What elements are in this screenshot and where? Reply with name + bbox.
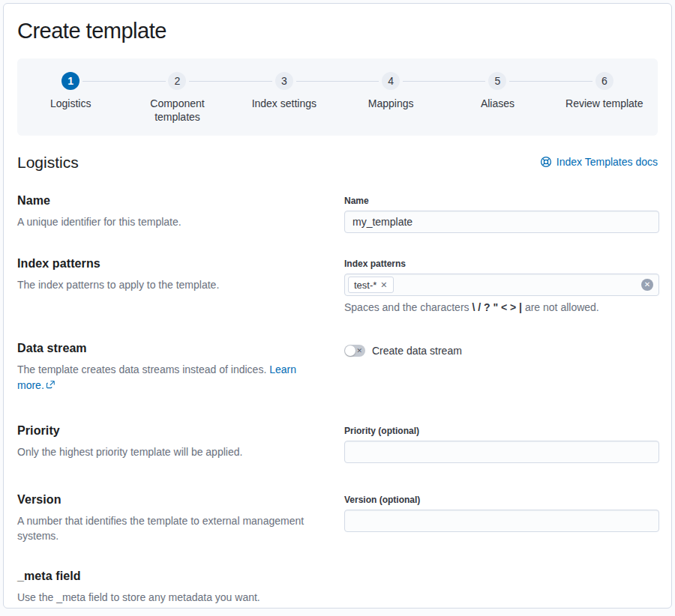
priority-section-description: Only the highest priority template will … (17, 444, 325, 459)
external-link-icon (46, 381, 55, 389)
meta-section-description: Use the _meta field to store any metadat… (17, 590, 658, 605)
step-number-badge: 4 (382, 72, 400, 90)
step-label: Review template (566, 97, 644, 110)
name-section-title: Name (17, 194, 325, 208)
remove-pattern-icon[interactable]: ✕ (380, 281, 387, 289)
step-logistics[interactable]: 1 Logistics (17, 72, 124, 124)
help-ring-icon (540, 156, 552, 168)
step-aliases[interactable]: 5 Aliases (444, 72, 550, 124)
meta-section-title: _meta field (17, 570, 658, 583)
priority-section-title: Priority (17, 424, 325, 438)
index-patterns-section-description: The index patterns to apply to the templ… (17, 277, 325, 292)
step-number-badge: 2 (168, 72, 186, 90)
index-patterns-section-title: Index patterns (17, 257, 325, 271)
step-label: Aliases (481, 97, 514, 110)
meta-field-section: _meta field Use the _meta field to store… (17, 570, 658, 609)
step-number-badge: 1 (62, 72, 80, 90)
create-data-stream-toggle-label: Create data stream (372, 345, 462, 357)
index-pattern-pill: test-* ✕ (348, 277, 394, 293)
page-title: Create template (17, 19, 658, 43)
step-label: Component templates (136, 97, 218, 124)
step-label: Logistics (50, 97, 91, 110)
docs-link-label: Index Templates docs (556, 156, 658, 168)
data-stream-section-title: Data stream (17, 342, 325, 355)
create-data-stream-toggle[interactable]: ✕ (344, 345, 365, 357)
name-input[interactable] (344, 211, 659, 233)
toggle-knob (345, 345, 356, 356)
priority-input[interactable] (344, 441, 659, 463)
step-index-settings[interactable]: 3 Index settings (231, 72, 338, 124)
step-label: Mappings (368, 97, 414, 110)
priority-field-label: Priority (optional) (344, 426, 659, 436)
clear-combobox-icon[interactable]: ✕ (641, 279, 653, 291)
section-title-logistics: Logistics (17, 154, 79, 172)
index-patterns-combobox[interactable]: test-* ✕ ✕ (344, 274, 659, 296)
name-field-label: Name (344, 196, 659, 206)
version-section-description: A number that identifies the template to… (17, 513, 325, 544)
step-number-badge: 3 (275, 72, 293, 90)
version-row: Version A number that identifies the tem… (17, 493, 658, 544)
wizard-stepper: 1 Logistics 2 Component templates 3 Inde… (17, 58, 658, 136)
step-mappings[interactable]: 4 Mappings (338, 72, 444, 124)
version-section-title: Version (17, 493, 325, 507)
step-review-template[interactable]: 6 Review template (551, 72, 658, 124)
name-section-description: A unique identifier for this template. (17, 214, 325, 229)
data-stream-section-description: The template creates data streams instea… (17, 362, 325, 393)
toggle-off-icon: ✕ (356, 347, 362, 355)
step-number-badge: 5 (488, 72, 506, 90)
index-templates-docs-link[interactable]: Index Templates docs (540, 156, 658, 168)
index-pattern-pill-value: test-* (354, 280, 376, 291)
step-label: Index settings (252, 97, 316, 110)
name-row: Name A unique identifier for this templa… (17, 194, 658, 233)
step-number-badge: 6 (596, 72, 614, 90)
version-field-label: Version (optional) (344, 495, 659, 505)
index-patterns-helper-text: Spaces and the characters \ / ? " < > | … (344, 301, 659, 313)
index-patterns-row: Index patterns The index patterns to app… (17, 257, 658, 313)
priority-row: Priority Only the highest priority templ… (17, 424, 658, 463)
version-input[interactable] (344, 510, 659, 532)
data-stream-row: Data stream The template creates data st… (17, 342, 658, 393)
step-component-templates[interactable]: 2 Component templates (124, 72, 230, 124)
create-template-panel: Create template 1 Logistics 2 Component … (3, 3, 672, 609)
index-patterns-field-label: Index patterns (344, 259, 659, 269)
